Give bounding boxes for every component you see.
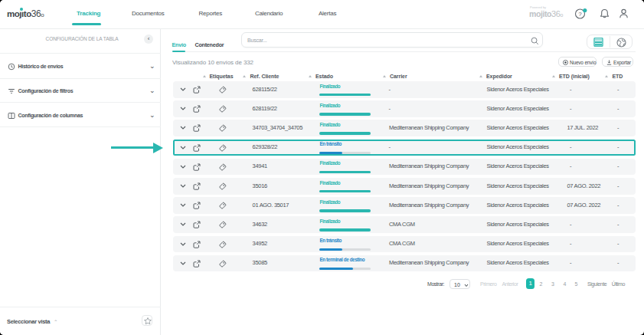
svg-text:?: ?	[578, 11, 582, 18]
